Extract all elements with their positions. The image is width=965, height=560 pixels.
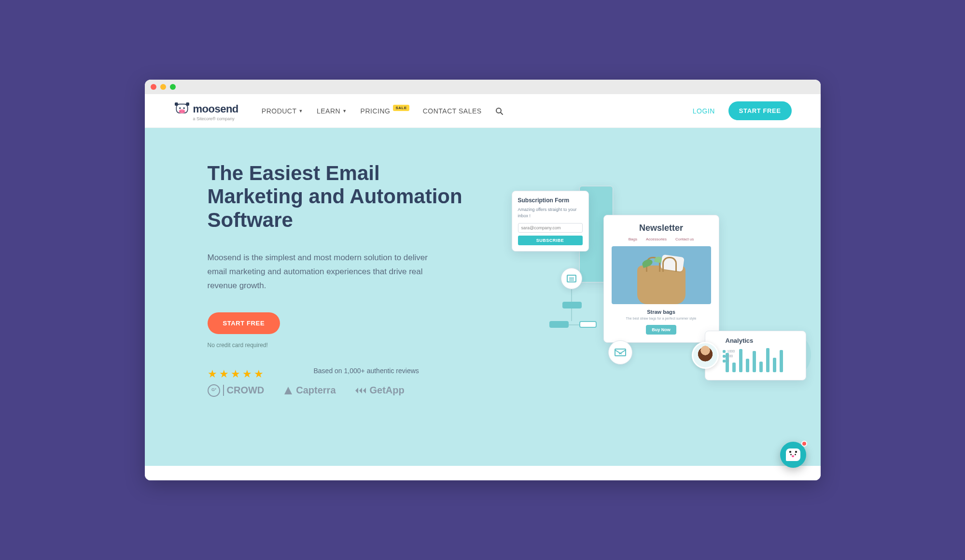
newsletter-tab-accessories[interactable]: Accessories: [646, 237, 667, 241]
newsletter-buy-button[interactable]: Buy Now: [646, 325, 676, 335]
analytics-bars: [726, 348, 800, 372]
newsletter-tab-contact[interactable]: Contact us: [675, 237, 694, 241]
sub-form-email-input[interactable]: [518, 223, 583, 233]
star-icon: ★: [208, 368, 217, 380]
logo[interactable]: moosend a Sitecore® company: [174, 101, 238, 121]
star-icon: ★: [219, 368, 229, 380]
footer-whitespace: [145, 466, 821, 480]
analytics-title: Analytics: [726, 337, 800, 344]
bar: [780, 350, 783, 372]
bar: [759, 362, 763, 372]
star-icon: ★: [231, 368, 240, 380]
chat-notification-badge: [801, 441, 807, 447]
newsletter-tabs: Bags Accessories Contact us: [612, 237, 711, 241]
browser-window: moosend a Sitecore® company PRODUCT ▼ LE…: [145, 80, 821, 480]
sub-form-title: Subscription Form: [518, 197, 583, 204]
newsletter-tab-bags[interactable]: Bags: [629, 237, 637, 241]
bar: [753, 351, 756, 372]
capterra-logo: Capterra: [283, 385, 336, 396]
form-icon: [561, 268, 582, 289]
chevron-down-icon: ▼: [299, 109, 303, 113]
star-icon: ★: [254, 368, 264, 380]
g2-crowd-text: CROWD: [223, 385, 265, 396]
sub-form-subscribe-button[interactable]: SUBSCRIBE: [518, 236, 583, 245]
flow-chip: [579, 321, 597, 328]
login-link[interactable]: LOGIN: [693, 107, 715, 115]
nav-pricing-label: PRICING: [361, 107, 391, 115]
review-platform-logos: G² CROWD Capterra GetApp: [208, 384, 468, 397]
window-max-dot[interactable]: [170, 84, 176, 90]
hero-illustration: Subscription Form Amazing offers straigh…: [521, 186, 792, 418]
svg-line-9: [501, 112, 503, 114]
svg-point-7: [182, 111, 183, 112]
svg-point-3: [179, 107, 181, 109]
getapp-logo: GetApp: [355, 385, 405, 396]
newsletter-product-desc: The best straw bags for a perfect summer…: [612, 317, 711, 320]
legend-item: 0: [723, 359, 735, 363]
newsletter-product-title: Straw bags: [612, 309, 711, 315]
bar: [739, 349, 742, 372]
nav-pricing[interactable]: PRICING SALE: [361, 107, 409, 115]
svg-rect-1: [175, 102, 178, 106]
window-min-dot[interactable]: [160, 84, 166, 90]
svg-text:G²: G²: [211, 387, 216, 392]
hero-section: The Easiest Email Marketing and Automati…: [145, 128, 821, 466]
legend-item: 1000: [723, 350, 735, 353]
subscription-form-card: Subscription Form Amazing offers straigh…: [512, 191, 589, 252]
chat-widget-button[interactable]: [780, 442, 806, 468]
logo-tagline: a Sitecore® company: [193, 116, 238, 121]
svg-point-6: [180, 111, 181, 112]
svg-point-5: [179, 109, 185, 113]
browser-titlebar: [145, 80, 821, 94]
nav-learn[interactable]: LEARN ▼: [317, 107, 347, 115]
newsletter-title: Newsletter: [612, 223, 711, 233]
newsletter-card: Newsletter Bags Accessories Contact us S…: [603, 215, 719, 343]
svg-rect-2: [186, 102, 189, 106]
reviews-text: Based on 1,000+ authentic reviews: [314, 367, 468, 375]
envelope-icon: [608, 340, 632, 364]
hero-content: The Easiest Email Marketing and Automati…: [208, 162, 468, 447]
chat-cow-icon: [786, 448, 800, 461]
svg-point-4: [183, 107, 184, 109]
flow-chip: [562, 302, 582, 308]
chevron-down-icon: ▼: [342, 109, 347, 113]
logo-text: moosend: [193, 103, 238, 115]
nav-contact-label: CONTACT SALES: [423, 107, 482, 115]
nav-contact-sales[interactable]: CONTACT SALES: [423, 107, 482, 115]
bar: [766, 348, 769, 372]
start-free-button-header[interactable]: START FREE: [728, 101, 792, 120]
analytics-card: 1000 500 0 Analytics: [705, 331, 806, 380]
newsletter-image: [612, 246, 711, 304]
nav-product-label: PRODUCT: [262, 107, 297, 115]
getapp-text: GetApp: [370, 385, 405, 396]
sub-form-desc: Amazing offers straight to your inbox !: [518, 207, 583, 219]
bar: [732, 363, 736, 372]
capterra-text: Capterra: [296, 385, 336, 396]
search-icon[interactable]: [495, 107, 503, 115]
straw-bag-image: [637, 266, 685, 304]
no-credit-card-note: No credit card required!: [208, 342, 468, 349]
nav-product[interactable]: PRODUCT ▼: [262, 107, 303, 115]
legend-item: 500: [723, 354, 735, 358]
start-free-button-hero[interactable]: START FREE: [208, 312, 280, 334]
user-avatar: [692, 342, 719, 369]
nav-learn-label: LEARN: [317, 107, 340, 115]
site-header: moosend a Sitecore® company PRODUCT ▼ LE…: [145, 94, 821, 128]
hero-title: The Easiest Email Marketing and Automati…: [208, 162, 468, 232]
window-close-dot[interactable]: [151, 84, 156, 90]
sale-badge: SALE: [393, 105, 409, 111]
cow-logo-icon: [174, 101, 190, 117]
main-nav: PRODUCT ▼ LEARN ▼ PRICING SALE CONTACT S…: [262, 107, 503, 115]
hero-subtitle: Moosend is the simplest and most modern …: [208, 251, 449, 293]
analytics-legend: 1000 500 0: [723, 350, 735, 363]
star-icon: ★: [242, 368, 252, 380]
g2-crowd-logo: G² CROWD: [208, 384, 265, 397]
bar: [773, 358, 776, 372]
flow-chip: [549, 321, 569, 328]
bar: [746, 359, 749, 372]
